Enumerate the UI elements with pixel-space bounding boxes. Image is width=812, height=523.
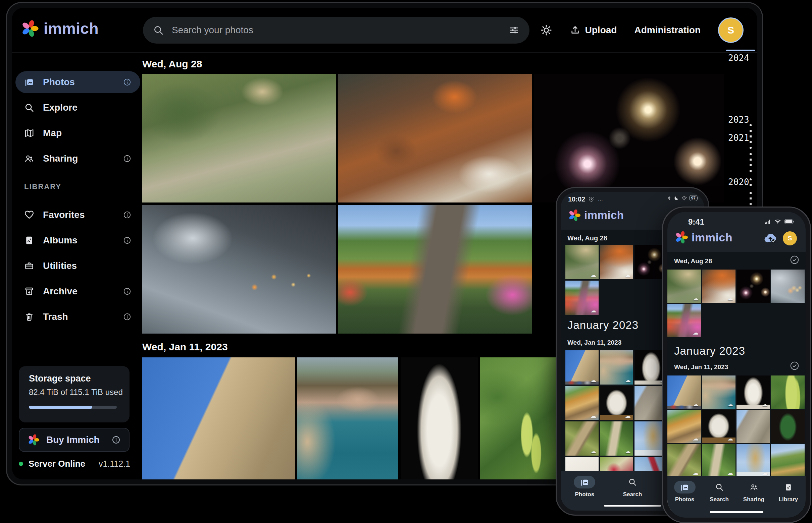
notification-dots: … — [598, 196, 604, 202]
upload-button[interactable]: Upload — [570, 25, 617, 36]
theme-toggle-sun-icon[interactable] — [540, 24, 552, 36]
immich-logo[interactable]: immich — [21, 19, 99, 38]
sidebar-item-trash[interactable]: Trash — [15, 306, 140, 328]
immich-flower-icon — [675, 231, 688, 244]
administration-link[interactable]: Administration — [634, 25, 701, 36]
timeline-year-2021[interactable]: 2021 — [728, 133, 749, 143]
signal-icon — [764, 218, 772, 225]
nav-photos[interactable]: Photos — [674, 481, 695, 503]
photo-zoo[interactable] — [668, 270, 701, 303]
photo-row — [668, 304, 805, 337]
backup-cloud-icon[interactable] — [763, 231, 777, 246]
date-header-aug: Wed, Aug 28 — [142, 58, 202, 70]
photo-coast[interactable] — [600, 350, 633, 384]
timeline-year-2020[interactable]: 2020 — [728, 177, 749, 187]
search-icon — [715, 483, 724, 491]
photo-farm[interactable] — [771, 444, 805, 477]
timeline-year-2023[interactable]: 2023 — [728, 115, 749, 125]
buy-immich-button[interactable]: Buy Immich — [19, 428, 129, 452]
search-input[interactable]: Search your photos — [172, 25, 501, 36]
user-avatar[interactable]: S — [783, 231, 797, 246]
photo-row — [668, 270, 805, 303]
photo-row — [668, 410, 805, 443]
info-icon[interactable] — [123, 312, 132, 321]
phone-iphone-screen: 9:41 immich S Wed, Aug 28 January 2023 W… — [668, 212, 806, 518]
photo-beach[interactable] — [565, 386, 599, 420]
photo-fortress[interactable] — [565, 350, 599, 384]
photo-lizard2[interactable] — [600, 421, 633, 456]
photo-lizard2[interactable] — [702, 444, 736, 477]
sidebar-item-archive[interactable]: Archive — [15, 280, 140, 302]
battery-icon — [784, 219, 794, 224]
select-check-icon[interactable] — [790, 255, 799, 265]
home-indicator[interactable] — [710, 511, 763, 513]
filter-tune-icon[interactable] — [509, 25, 519, 36]
photo-dinner[interactable] — [702, 270, 736, 303]
info-icon[interactable] — [123, 287, 132, 296]
photo-lizard[interactable] — [565, 421, 599, 456]
timeline-dots — [749, 153, 751, 172]
photo-zoo[interactable] — [565, 245, 599, 279]
user-avatar[interactable]: S — [718, 17, 744, 43]
photo-park[interactable] — [668, 304, 701, 337]
server-online-dot — [19, 462, 23, 466]
photo-bust[interactable] — [737, 376, 770, 409]
immich-flower-icon — [21, 19, 39, 38]
explore-search-icon — [24, 103, 34, 113]
info-icon[interactable] — [123, 236, 132, 245]
timeline-year-2024[interactable]: 2024 — [728, 53, 749, 63]
photo-beach[interactable] — [668, 410, 701, 443]
photo-hands[interactable] — [771, 270, 805, 303]
phone2-date-aug: Wed, Aug 28 — [674, 257, 712, 265]
info-icon[interactable] — [111, 435, 121, 445]
photo-grid-jan — [142, 357, 558, 480]
photo-berries[interactable] — [480, 357, 558, 480]
sidebar-item-photos[interactable]: Photos — [15, 71, 140, 93]
photo-sculpt2[interactable] — [600, 386, 633, 420]
sharing-people-icon — [24, 154, 34, 164]
sidebar-item-favorites[interactable]: Favorites — [15, 204, 140, 226]
sidebar-item-albums[interactable]: Albums — [15, 229, 140, 251]
sidebar-item-utilities[interactable]: Utilities — [15, 255, 140, 277]
nav-sharing[interactable]: Sharing — [743, 481, 765, 503]
photos-icon — [24, 77, 34, 87]
photo-zoo[interactable] — [142, 74, 336, 202]
photo-wall[interactable] — [737, 410, 770, 443]
library-icon — [784, 483, 793, 491]
server-status-row: Server Online v1.112.1 — [19, 458, 130, 469]
info-icon[interactable] — [123, 78, 132, 87]
sidebar-item-map[interactable]: Map — [15, 122, 140, 144]
sidebar-item-sharing[interactable]: Sharing — [15, 147, 140, 170]
photo-dinner[interactable] — [600, 245, 633, 279]
date-header-jan: Wed, Jan 11, 2023 — [142, 341, 228, 353]
info-icon[interactable] — [123, 154, 132, 163]
photo-berries[interactable] — [771, 376, 805, 409]
photo-coast[interactable] — [297, 357, 398, 480]
photo-tree[interactable] — [771, 410, 805, 443]
select-check-icon[interactable] — [790, 361, 799, 371]
immich-flower-icon — [568, 209, 581, 222]
photo-fireworks[interactable] — [534, 74, 724, 202]
sidebar-item-explore[interactable]: Explore — [15, 96, 140, 119]
photo-coast[interactable] — [702, 376, 736, 409]
photo-church[interactable] — [737, 444, 770, 477]
photo-fireworks[interactable] — [737, 270, 770, 303]
photo-dinner[interactable] — [338, 74, 532, 202]
photo-park[interactable] — [338, 205, 532, 333]
nav-search[interactable]: Search — [709, 481, 730, 503]
photo-sculpt2[interactable] — [702, 410, 736, 443]
info-icon[interactable] — [123, 211, 132, 219]
photo-fortress[interactable] — [668, 376, 701, 409]
nav-search[interactable]: Search — [622, 476, 643, 498]
photo-bust[interactable] — [401, 357, 478, 480]
photo-park[interactable] — [565, 281, 599, 315]
phone1-clock: 10:02 — [568, 196, 585, 203]
photo-lizard[interactable] — [668, 444, 701, 477]
nav-photos[interactable]: Photos — [574, 476, 595, 498]
search-bar[interactable]: Search your photos — [143, 17, 530, 43]
photo-hands[interactable] — [142, 205, 336, 333]
nav-library[interactable]: Library — [778, 481, 799, 503]
timeline-scrubber-handle[interactable] — [726, 50, 755, 51]
home-indicator[interactable] — [604, 505, 661, 507]
photo-fortress[interactable] — [142, 357, 295, 480]
